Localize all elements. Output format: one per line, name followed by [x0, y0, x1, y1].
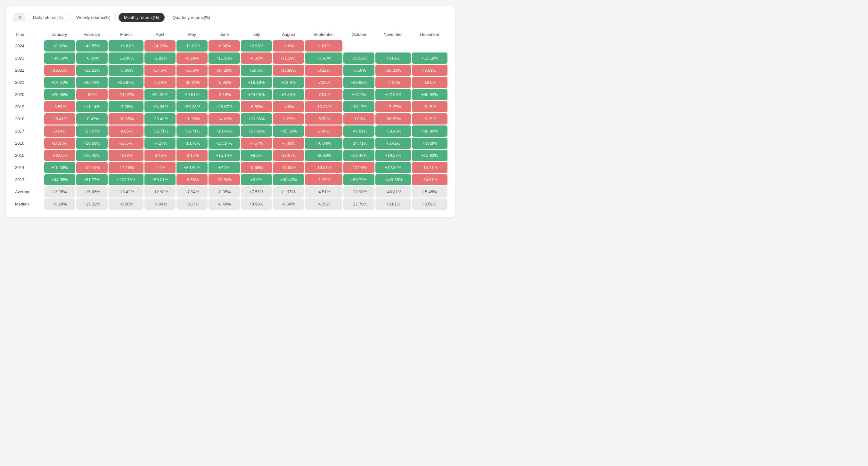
median-cell: +8.90%	[241, 198, 272, 210]
value-cell: -14.62%	[209, 113, 240, 125]
value-cell: -18.67%	[273, 150, 304, 161]
value-cell: +3.91%	[305, 53, 342, 64]
value-cell: -29.89%	[209, 174, 240, 185]
value-cell: -6.59%	[241, 101, 272, 112]
table-row: 2022-16.68%+12.21%+5.39%-17.3%-15.6%-37.…	[14, 65, 447, 76]
value-cell: -9.69%	[241, 162, 272, 173]
value-cell: +7.27%	[145, 138, 176, 149]
value-cell: +53.48%	[375, 126, 411, 137]
value-cell: +30.42%	[273, 174, 304, 185]
value-cell: -7.03%	[305, 77, 342, 88]
value-cell	[375, 40, 411, 52]
value-cell: +6.04%	[305, 138, 342, 149]
value-cell: +29.84%	[108, 77, 144, 88]
value-cell: +8.2%	[241, 150, 272, 161]
value-cell: -5.15%	[412, 101, 447, 112]
table-body: 2024+0.62%+43.55%+16.81%-14.76%+11.07%-6…	[14, 40, 447, 210]
value-cell: +172.76%	[108, 174, 144, 185]
value-cell: -3.59%	[412, 65, 447, 76]
average-cell: +46.81%	[375, 186, 411, 197]
value-cell: +13.8%	[273, 77, 304, 88]
value-cell: +10.45%	[209, 126, 240, 137]
tab-quarterly[interactable]: Quarterly returns(%)	[167, 13, 216, 22]
year-cell: 2018	[14, 113, 43, 125]
year-cell: 2024	[14, 40, 43, 52]
value-cell: +50.01%	[145, 174, 176, 185]
value-cell: +60.79%	[343, 174, 374, 185]
median-cell: -8.04%	[273, 198, 304, 210]
average-label: Average	[14, 186, 43, 197]
value-cell: +15.19%	[209, 150, 240, 161]
value-cell: -5.95%	[209, 77, 240, 88]
month-header-june: June	[209, 29, 240, 39]
value-cell: -13.88%	[273, 65, 304, 76]
value-cell: +65.32%	[273, 126, 304, 137]
value-cell: +2.35%	[305, 150, 342, 161]
value-cell: +11.07%	[177, 40, 208, 52]
value-cell: +44.05%	[44, 174, 75, 185]
median-cell: -4.35%	[305, 198, 342, 210]
main-container: ⇅ Daily returns(%) Weekly returns(%) Mon…	[6, 6, 455, 217]
year-cell: 2023	[14, 53, 43, 64]
average-cell: +3.35%	[44, 186, 75, 197]
value-cell: +52.38%	[177, 101, 208, 112]
median-cell: +15.32%	[76, 198, 107, 210]
returns-table: TimeJanuaryFebruaryMarchAprilMayJuneJuly…	[13, 29, 448, 210]
tab-monthly[interactable]: Monthly returns(%)	[119, 13, 165, 22]
average-cell: -4.51%	[305, 186, 342, 197]
table-row: 2020+29.95%-8.6%-24.92%+34.26%+9.51%-3.1…	[14, 89, 447, 100]
value-cell: -37.28%	[209, 65, 240, 76]
value-cell: -17.25%	[108, 162, 144, 173]
month-header-april: April	[145, 29, 176, 39]
value-cell: -7.51%	[305, 89, 342, 100]
value-cell: -8.56%	[177, 174, 208, 185]
value-cell: +9.6%	[241, 174, 272, 185]
tab-daily[interactable]: Daily returns(%)	[28, 13, 68, 22]
value-cell: -3.18%	[209, 89, 240, 100]
value-cell: +449.35%	[375, 174, 411, 185]
month-header-august: August	[273, 29, 304, 39]
value-cell: +47.81%	[343, 126, 374, 137]
median-cell: +27.70%	[343, 198, 374, 210]
value-cell: -3.17%	[177, 150, 208, 161]
month-header-october: October	[343, 29, 374, 39]
value-cell: +2.95%	[241, 40, 272, 52]
value-cell: +2.81%	[145, 53, 176, 64]
value-cell: +5.56%	[343, 65, 374, 76]
value-cell: -6.96%	[209, 40, 240, 52]
value-cell: +28.52%	[343, 53, 374, 64]
value-cell: +16.8%	[241, 65, 272, 76]
month-header-december: December	[412, 29, 447, 39]
value-cell	[412, 40, 447, 52]
value-cell: -34.81%	[412, 174, 447, 185]
year-cell: 2017	[14, 126, 43, 137]
value-cell: +27.7%	[343, 89, 374, 100]
average-row: Average+3.35%+15.66%+13.42%+12.98%+7.94%…	[14, 186, 447, 197]
value-cell: +14.71%	[343, 138, 374, 149]
year-cell: 2013	[14, 174, 43, 185]
value-cell: -18.99%	[177, 113, 208, 125]
value-cell: +30.8%	[412, 138, 447, 149]
asset-selector[interactable]: ⇅	[13, 13, 25, 22]
table-row: 2015-33.05%+18.43%-4.38%-3.46%-3.17%+15.…	[14, 150, 447, 161]
year-cell: 2021	[14, 77, 43, 88]
year-cell: 2020	[14, 89, 43, 100]
average-cell: +1.75%	[273, 186, 304, 197]
value-cell: +33.43%	[145, 113, 176, 125]
table-row: 2017-0.04%+23.07%-9.05%+32.71%+52.71%+10…	[14, 126, 447, 137]
value-cell: +10.17%	[343, 101, 374, 112]
value-cell: +12.82%	[375, 162, 411, 173]
value-cell: -7.49%	[273, 138, 304, 149]
value-cell: +39.93%	[343, 77, 374, 88]
value-cell: -16.68%	[44, 65, 75, 76]
toolbar: ⇅ Daily returns(%) Weekly returns(%) Mon…	[13, 13, 448, 22]
table-header: TimeJanuaryFebruaryMarchAprilMayJuneJuly…	[14, 29, 447, 39]
value-cell	[343, 40, 374, 52]
tab-weekly[interactable]: Weekly returns(%)	[71, 13, 116, 22]
value-cell: -18.9%	[412, 77, 447, 88]
value-cell: -3.12%	[305, 65, 342, 76]
value-cell: -13.38%	[305, 101, 342, 112]
value-cell: +23.07%	[76, 126, 107, 137]
time-header: Time	[14, 29, 43, 39]
value-cell: +26.67%	[209, 101, 240, 112]
